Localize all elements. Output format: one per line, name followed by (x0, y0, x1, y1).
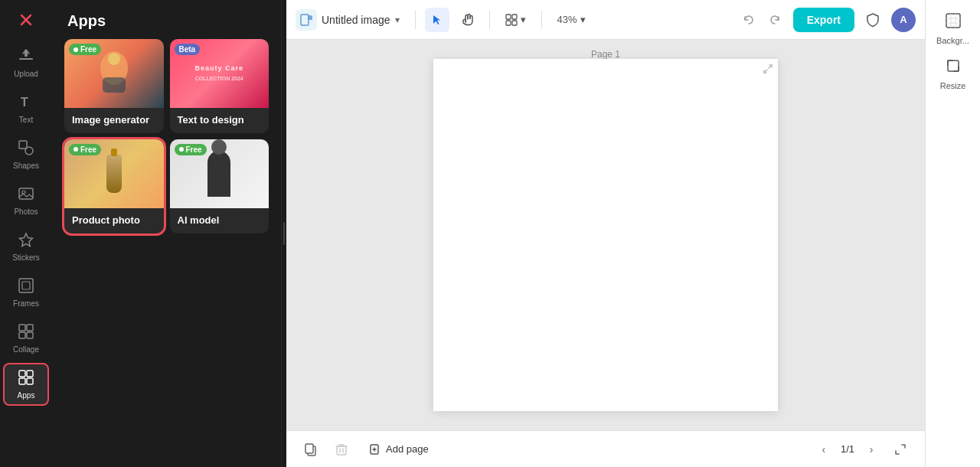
page-navigation: ‹ 1/1 › (813, 439, 882, 460)
shapes-icon (18, 139, 34, 158)
editor-topbar: Untitled image ▾ ▾ 43% ▾ (286, 0, 925, 40)
collage-icon (18, 323, 34, 342)
app-card-product-photo[interactable]: Free Product photo (64, 139, 164, 234)
redo-button[interactable] (763, 8, 787, 32)
zoom-chevron: ▾ (580, 14, 586, 25)
svg-rect-13 (27, 332, 33, 338)
file-section: Untitled image ▾ (296, 9, 400, 31)
svg-rect-16 (19, 378, 25, 384)
sidebar-item-text[interactable]: T Text (3, 87, 49, 130)
stickers-icon (18, 231, 34, 250)
user-avatar[interactable]: A (891, 8, 916, 32)
badge-ai-model: Free (175, 144, 207, 155)
badge-image-generator: Free (69, 44, 101, 55)
svg-rect-29 (337, 446, 346, 455)
hand-tool-button[interactable] (456, 8, 480, 32)
app-logo[interactable] (12, 6, 40, 34)
svg-rect-14 (19, 371, 25, 377)
sidebar-item-frames[interactable]: Frames (3, 271, 49, 314)
right-panel-background-label: Backgr... (936, 36, 969, 45)
editor-bottombar: Add page ‹ 1/1 › (286, 430, 925, 467)
text-icon: T (18, 93, 34, 113)
canvas-resize-icon[interactable] (763, 64, 773, 77)
resize-icon (945, 57, 962, 78)
app-card-image-generator-label: Image generator (64, 108, 164, 133)
sidebar-item-shapes-label: Shapes (13, 162, 39, 170)
app-card-ai-model-thumbnail: Free (170, 139, 270, 208)
sidebar-item-upload-label: Upload (14, 70, 38, 78)
badge-text-to-design: Beta (175, 44, 201, 55)
svg-point-19 (108, 53, 120, 65)
apps-panel: Apps Free Image generator (52, 0, 282, 467)
topbar-separator-2 (489, 11, 490, 29)
app-card-ai-model-label: AI model (170, 208, 270, 234)
apps-grid: Free Image generator Beauty Care COLLECT… (52, 39, 281, 246)
prev-page-button[interactable]: ‹ (813, 439, 835, 460)
page-label: Page 1 (591, 49, 620, 60)
right-panel-resize[interactable]: Resize (929, 51, 978, 96)
svg-rect-25 (506, 21, 511, 25)
app-card-text-to-design-label: Text to design (170, 108, 270, 133)
sidebar-item-photos[interactable]: Photos (3, 179, 49, 222)
select-tool-button[interactable] (425, 8, 449, 32)
bottom-delete-button[interactable] (329, 437, 354, 462)
sidebar-item-frames-label: Frames (13, 299, 39, 308)
view-options-chevron: ▾ (521, 14, 526, 25)
sidebar-item-stickers[interactable]: Stickers (3, 225, 49, 268)
svg-rect-32 (948, 60, 959, 71)
file-icon (296, 9, 317, 31)
badge-product-photo: Free (69, 144, 101, 155)
svg-rect-11 (27, 325, 33, 331)
app-card-image-generator[interactable]: Free Image generator (64, 39, 164, 133)
svg-rect-26 (512, 21, 517, 25)
zoom-control[interactable]: 43% ▾ (551, 11, 592, 28)
bottom-copy-button[interactable] (299, 437, 323, 462)
topbar-separator-1 (415, 11, 416, 29)
next-page-button[interactable]: › (861, 439, 882, 460)
sidebar-item-upload[interactable]: Upload (3, 41, 49, 84)
svg-rect-31 (946, 14, 960, 28)
fullscreen-button[interactable] (888, 437, 913, 462)
topbar-separator-3 (541, 11, 542, 29)
view-options-button[interactable]: ▾ (499, 11, 532, 29)
zoom-value: 43% (557, 14, 577, 25)
export-button[interactable]: Export (793, 8, 854, 32)
background-icon (945, 12, 962, 33)
sidebar-item-photos-label: Photos (14, 207, 38, 216)
undo-button[interactable] (737, 8, 761, 32)
upload-icon (18, 47, 34, 67)
svg-rect-12 (19, 332, 25, 338)
svg-rect-17 (27, 378, 33, 384)
apps-icon (18, 369, 34, 388)
title-dropdown-chevron[interactable]: ▾ (395, 15, 400, 25)
shield-button[interactable] (861, 8, 885, 32)
sidebar-item-apps-label: Apps (18, 391, 35, 400)
sidebar-item-shapes[interactable]: Shapes (3, 133, 49, 176)
svg-rect-1 (19, 58, 33, 60)
svg-rect-6 (19, 188, 33, 199)
undo-redo-group (737, 8, 787, 32)
svg-rect-21 (301, 15, 309, 25)
sidebar-nav: Upload T Text Shapes Photos Stickers Fra… (0, 0, 52, 467)
right-panel-resize-label: Resize (940, 81, 966, 90)
svg-rect-9 (22, 282, 30, 289)
app-card-ai-model[interactable]: Free AI model (170, 139, 270, 234)
sidebar-item-apps[interactable]: Apps (3, 363, 49, 406)
canvas-area: Page 1 (286, 40, 925, 430)
svg-rect-23 (506, 15, 511, 19)
apps-panel-title: Apps (52, 0, 281, 39)
svg-rect-24 (512, 15, 517, 19)
svg-rect-10 (19, 325, 25, 331)
sidebar-item-collage[interactable]: Collage (3, 317, 49, 360)
add-page-label: Add page (386, 443, 429, 455)
add-page-button[interactable]: Add page (360, 439, 438, 460)
sidebar-item-collage-label: Collage (13, 345, 39, 354)
page-counter: 1/1 (841, 443, 854, 455)
sidebar-item-text-label: Text (19, 116, 33, 124)
canvas-page[interactable] (433, 59, 778, 411)
app-card-text-to-design[interactable]: Beauty Care COLLECTION 2024 Beta Text to… (170, 39, 270, 133)
right-panel: Backgr... Resize (925, 0, 980, 467)
svg-rect-20 (103, 77, 126, 93)
app-card-image-generator-thumbnail: Free (64, 39, 164, 108)
right-panel-background[interactable]: Backgr... (929, 6, 978, 51)
